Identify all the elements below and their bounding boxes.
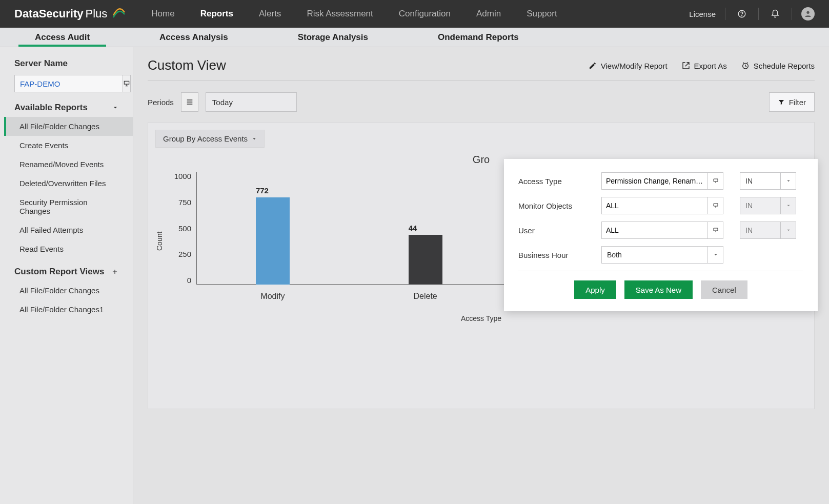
view-modify-report-label: View/Modify Report: [601, 62, 668, 70]
filter-label-monitor-objects: Monitor Objects: [518, 201, 601, 210]
filter-picker-user-icon[interactable]: [708, 221, 723, 239]
nav-admin[interactable]: Admin: [476, 9, 501, 19]
subtab-storage-analysis[interactable]: Storage Analysis: [263, 28, 403, 47]
sub-tabs: Access Audit Access Analysis Storage Ana…: [0, 28, 829, 47]
sidebar-item-renamed-moved-events[interactable]: Renamed/Moved Events: [4, 155, 133, 174]
filter-popup: Access Type IN Monitor Objects: [504, 159, 818, 311]
main-nav: Home Reports Alerts Risk Assessment Conf…: [151, 9, 557, 19]
apply-button[interactable]: Apply: [574, 280, 616, 299]
custom-reports-list: All File/Folder Changes All File/Folder …: [0, 281, 133, 319]
filter-input-monitor-objects[interactable]: [601, 197, 708, 214]
filter-op-monitor-objects: IN: [740, 197, 781, 214]
add-custom-view-icon[interactable]: [111, 268, 118, 275]
y-tick: 1000: [174, 172, 191, 180]
filter-select-business-hour-caret-icon[interactable]: [708, 246, 723, 264]
divider: [792, 8, 792, 20]
x-axis-label: Delete: [349, 292, 502, 301]
user-avatar-icon[interactable]: [801, 7, 815, 21]
x-axis-title: Access Type: [155, 314, 807, 322]
filter-label-business-hour: Business Hour: [518, 251, 601, 259]
available-reports-header: Available Reports: [14, 103, 88, 113]
filter-label-access-type: Access Type: [518, 177, 601, 186]
filter-input-access-type[interactable]: [601, 172, 708, 190]
server-picker-icon[interactable]: [123, 75, 131, 92]
filter-input-user[interactable]: [601, 221, 708, 239]
y-axis-ticks: 10007505002500: [166, 172, 196, 285]
brand: DataSecurity Plus: [14, 6, 127, 22]
group-by-label: Group By Access Events: [163, 134, 248, 143]
export-as-button[interactable]: Export As: [682, 62, 727, 70]
subtab-access-audit[interactable]: Access Audit: [0, 28, 125, 47]
notifications-icon[interactable]: [768, 7, 782, 21]
brand-part2: Plus: [86, 7, 108, 21]
periods-label: Periods: [148, 98, 174, 107]
sidebar-item-custom-all-file-folder-changes[interactable]: All File/Folder Changes: [4, 281, 133, 300]
subtab-ondemand-reports[interactable]: Ondemand Reports: [403, 28, 554, 47]
nav-alerts[interactable]: Alerts: [259, 9, 281, 19]
schedule-reports-label: Schedule Reports: [754, 62, 815, 70]
x-axis-label: Modify: [196, 292, 349, 301]
cancel-button[interactable]: Cancel: [701, 280, 747, 299]
filter-divider: [518, 271, 803, 271]
nav-risk-assessment[interactable]: Risk Assessment: [307, 9, 373, 19]
y-axis-label: Count: [155, 172, 166, 310]
periods-list-icon[interactable]: [181, 92, 198, 112]
nav-reports[interactable]: Reports: [200, 9, 233, 19]
filter-icon: [778, 98, 785, 106]
sidebar-item-all-file-folder-changes[interactable]: All File/Folder Changes: [4, 117, 133, 136]
save-as-new-button[interactable]: Save As New: [624, 280, 693, 299]
bar-col: 772: [196, 172, 349, 285]
svg-point-1: [742, 15, 742, 16]
y-tick: 750: [178, 198, 191, 207]
bar[interactable]: [409, 235, 442, 285]
filter-op-monitor-objects-caret-icon: [781, 197, 796, 214]
svg-point-2: [806, 11, 809, 14]
filter-button-label: Filter: [789, 98, 806, 107]
clock-icon: [741, 62, 750, 70]
server-name-input[interactable]: [14, 75, 123, 92]
bar[interactable]: [256, 197, 290, 285]
nav-support[interactable]: Support: [527, 9, 557, 19]
filter-select-business-hour[interactable]: Both: [601, 246, 708, 264]
periods-input[interactable]: [206, 92, 297, 112]
y-tick: 0: [187, 276, 191, 285]
bar-value-label: 44: [409, 224, 417, 232]
sidebar: Server Name Available Reports All File/F…: [0, 47, 133, 504]
group-by-dropdown[interactable]: Group By Access Events: [155, 130, 265, 148]
help-icon[interactable]: [735, 7, 749, 21]
view-modify-report-button[interactable]: View/Modify Report: [589, 62, 668, 70]
pencil-icon: [589, 62, 597, 70]
available-reports-list: All File/Folder Changes Create Events Re…: [0, 117, 133, 258]
export-as-label: Export As: [694, 62, 727, 70]
filter-button[interactable]: Filter: [769, 92, 815, 112]
caret-down-icon[interactable]: [112, 105, 118, 111]
bar-value-label: 772: [256, 186, 269, 195]
sidebar-item-security-permission-changes[interactable]: Security Permission Changes: [4, 193, 133, 220]
page-title: Custom View: [148, 57, 226, 73]
filter-picker-monitor-objects-icon[interactable]: [708, 197, 723, 214]
y-tick: 250: [178, 250, 191, 258]
brand-part1: DataSecurity: [14, 7, 84, 21]
sidebar-item-all-failed-attempts[interactable]: All Failed Attempts: [4, 220, 133, 239]
filter-picker-access-type-icon[interactable]: [708, 172, 723, 190]
schedule-reports-button[interactable]: Schedule Reports: [741, 62, 815, 70]
custom-report-views-header: Custom Report Views: [14, 267, 104, 277]
filter-op-access-type-caret-icon[interactable]: [781, 172, 796, 190]
top-navbar: DataSecurity Plus Home Reports Alerts Ri…: [0, 0, 829, 28]
bar-col: 44: [349, 172, 502, 285]
nav-configuration[interactable]: Configuration: [399, 9, 451, 19]
filter-label-user: User: [518, 226, 601, 235]
nav-home[interactable]: Home: [151, 9, 174, 19]
sidebar-item-create-events[interactable]: Create Events: [4, 136, 133, 155]
filter-op-user-caret-icon: [781, 221, 796, 239]
sidebar-item-custom-all-file-folder-changes1[interactable]: All File/Folder Changes1: [4, 300, 133, 319]
sidebar-item-read-events[interactable]: Read Events: [4, 239, 133, 258]
y-tick: 500: [178, 224, 191, 233]
subtab-access-analysis[interactable]: Access Analysis: [125, 28, 263, 47]
license-link[interactable]: License: [689, 10, 716, 18]
brand-logo-icon: [111, 6, 127, 22]
export-icon: [682, 62, 690, 70]
sidebar-item-deleted-overwritten-files[interactable]: Deleted/Overwritten Files: [4, 174, 133, 193]
filter-op-access-type[interactable]: IN: [740, 172, 781, 190]
filter-op-user: IN: [740, 221, 781, 239]
